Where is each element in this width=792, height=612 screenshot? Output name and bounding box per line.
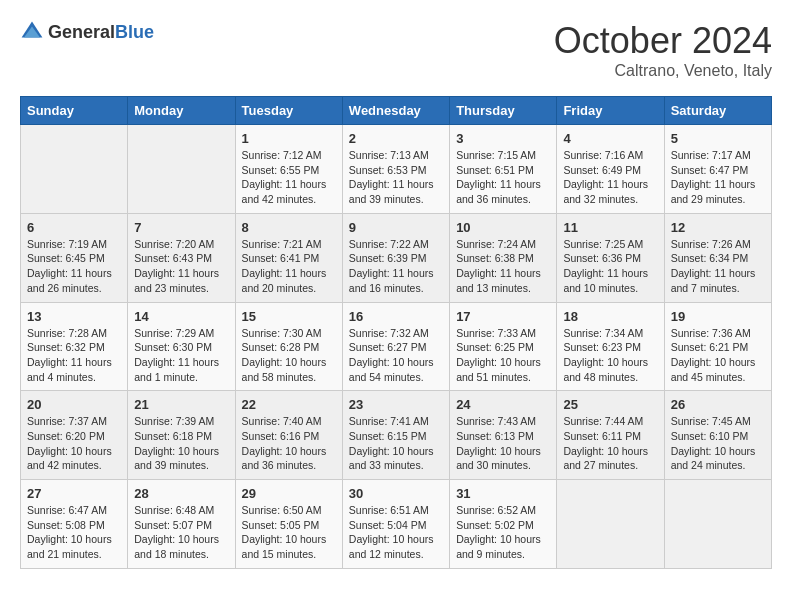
day-number: 22	[242, 397, 336, 412]
cell-content: Sunrise: 6:50 AM Sunset: 5:05 PM Dayligh…	[242, 503, 336, 562]
cell-content: Sunrise: 7:20 AM Sunset: 6:43 PM Dayligh…	[134, 237, 228, 296]
logo-blue: Blue	[115, 22, 154, 42]
cell-content: Sunrise: 6:52 AM Sunset: 5:02 PM Dayligh…	[456, 503, 550, 562]
calendar-cell: 29Sunrise: 6:50 AM Sunset: 5:05 PM Dayli…	[235, 480, 342, 569]
calendar-cell: 7Sunrise: 7:20 AM Sunset: 6:43 PM Daylig…	[128, 213, 235, 302]
day-number: 12	[671, 220, 765, 235]
calendar-cell: 13Sunrise: 7:28 AM Sunset: 6:32 PM Dayli…	[21, 302, 128, 391]
calendar-cell: 27Sunrise: 6:47 AM Sunset: 5:08 PM Dayli…	[21, 480, 128, 569]
cell-content: Sunrise: 6:51 AM Sunset: 5:04 PM Dayligh…	[349, 503, 443, 562]
calendar-cell: 16Sunrise: 7:32 AM Sunset: 6:27 PM Dayli…	[342, 302, 449, 391]
calendar-week-row: 13Sunrise: 7:28 AM Sunset: 6:32 PM Dayli…	[21, 302, 772, 391]
day-number: 17	[456, 309, 550, 324]
day-number: 6	[27, 220, 121, 235]
cell-content: Sunrise: 7:19 AM Sunset: 6:45 PM Dayligh…	[27, 237, 121, 296]
cell-content: Sunrise: 7:15 AM Sunset: 6:51 PM Dayligh…	[456, 148, 550, 207]
calendar-cell: 24Sunrise: 7:43 AM Sunset: 6:13 PM Dayli…	[450, 391, 557, 480]
calendar-cell: 15Sunrise: 7:30 AM Sunset: 6:28 PM Dayli…	[235, 302, 342, 391]
calendar-cell: 6Sunrise: 7:19 AM Sunset: 6:45 PM Daylig…	[21, 213, 128, 302]
cell-content: Sunrise: 7:22 AM Sunset: 6:39 PM Dayligh…	[349, 237, 443, 296]
cell-content: Sunrise: 7:40 AM Sunset: 6:16 PM Dayligh…	[242, 414, 336, 473]
cell-content: Sunrise: 7:24 AM Sunset: 6:38 PM Dayligh…	[456, 237, 550, 296]
day-of-week-header: Sunday	[21, 97, 128, 125]
day-number: 8	[242, 220, 336, 235]
calendar-cell: 19Sunrise: 7:36 AM Sunset: 6:21 PM Dayli…	[664, 302, 771, 391]
logo-text: GeneralBlue	[48, 22, 154, 43]
cell-content: Sunrise: 7:36 AM Sunset: 6:21 PM Dayligh…	[671, 326, 765, 385]
calendar-table: SundayMondayTuesdayWednesdayThursdayFrid…	[20, 96, 772, 569]
calendar-cell: 10Sunrise: 7:24 AM Sunset: 6:38 PM Dayli…	[450, 213, 557, 302]
calendar-cell	[21, 125, 128, 214]
calendar-cell: 2Sunrise: 7:13 AM Sunset: 6:53 PM Daylig…	[342, 125, 449, 214]
day-of-week-header: Friday	[557, 97, 664, 125]
calendar-cell: 26Sunrise: 7:45 AM Sunset: 6:10 PM Dayli…	[664, 391, 771, 480]
cell-content: Sunrise: 7:39 AM Sunset: 6:18 PM Dayligh…	[134, 414, 228, 473]
cell-content: Sunrise: 7:21 AM Sunset: 6:41 PM Dayligh…	[242, 237, 336, 296]
day-number: 31	[456, 486, 550, 501]
cell-content: Sunrise: 7:43 AM Sunset: 6:13 PM Dayligh…	[456, 414, 550, 473]
calendar-cell: 31Sunrise: 6:52 AM Sunset: 5:02 PM Dayli…	[450, 480, 557, 569]
logo-general: General	[48, 22, 115, 42]
day-number: 28	[134, 486, 228, 501]
calendar-cell	[557, 480, 664, 569]
day-number: 25	[563, 397, 657, 412]
day-number: 3	[456, 131, 550, 146]
day-of-week-header: Tuesday	[235, 97, 342, 125]
day-of-week-header: Thursday	[450, 97, 557, 125]
cell-content: Sunrise: 7:41 AM Sunset: 6:15 PM Dayligh…	[349, 414, 443, 473]
day-number: 24	[456, 397, 550, 412]
day-number: 10	[456, 220, 550, 235]
days-header-row: SundayMondayTuesdayWednesdayThursdayFrid…	[21, 97, 772, 125]
day-number: 9	[349, 220, 443, 235]
day-number: 15	[242, 309, 336, 324]
calendar-week-row: 27Sunrise: 6:47 AM Sunset: 5:08 PM Dayli…	[21, 480, 772, 569]
calendar-cell: 18Sunrise: 7:34 AM Sunset: 6:23 PM Dayli…	[557, 302, 664, 391]
cell-content: Sunrise: 7:45 AM Sunset: 6:10 PM Dayligh…	[671, 414, 765, 473]
day-number: 7	[134, 220, 228, 235]
calendar-cell: 4Sunrise: 7:16 AM Sunset: 6:49 PM Daylig…	[557, 125, 664, 214]
calendar-cell: 9Sunrise: 7:22 AM Sunset: 6:39 PM Daylig…	[342, 213, 449, 302]
calendar-cell: 14Sunrise: 7:29 AM Sunset: 6:30 PM Dayli…	[128, 302, 235, 391]
day-number: 19	[671, 309, 765, 324]
cell-content: Sunrise: 7:16 AM Sunset: 6:49 PM Dayligh…	[563, 148, 657, 207]
day-number: 20	[27, 397, 121, 412]
calendar-cell: 1Sunrise: 7:12 AM Sunset: 6:55 PM Daylig…	[235, 125, 342, 214]
calendar-cell: 23Sunrise: 7:41 AM Sunset: 6:15 PM Dayli…	[342, 391, 449, 480]
day-number: 13	[27, 309, 121, 324]
cell-content: Sunrise: 7:34 AM Sunset: 6:23 PM Dayligh…	[563, 326, 657, 385]
day-number: 2	[349, 131, 443, 146]
day-number: 5	[671, 131, 765, 146]
calendar-week-row: 1Sunrise: 7:12 AM Sunset: 6:55 PM Daylig…	[21, 125, 772, 214]
calendar-cell: 30Sunrise: 6:51 AM Sunset: 5:04 PM Dayli…	[342, 480, 449, 569]
day-number: 16	[349, 309, 443, 324]
day-number: 4	[563, 131, 657, 146]
day-number: 27	[27, 486, 121, 501]
cell-content: Sunrise: 6:48 AM Sunset: 5:07 PM Dayligh…	[134, 503, 228, 562]
cell-content: Sunrise: 7:44 AM Sunset: 6:11 PM Dayligh…	[563, 414, 657, 473]
calendar-cell: 17Sunrise: 7:33 AM Sunset: 6:25 PM Dayli…	[450, 302, 557, 391]
day-of-week-header: Saturday	[664, 97, 771, 125]
cell-content: Sunrise: 7:33 AM Sunset: 6:25 PM Dayligh…	[456, 326, 550, 385]
title-block: October 2024 Caltrano, Veneto, Italy	[554, 20, 772, 80]
day-number: 1	[242, 131, 336, 146]
day-number: 18	[563, 309, 657, 324]
month-title: October 2024	[554, 20, 772, 62]
calendar-cell: 3Sunrise: 7:15 AM Sunset: 6:51 PM Daylig…	[450, 125, 557, 214]
calendar-cell: 5Sunrise: 7:17 AM Sunset: 6:47 PM Daylig…	[664, 125, 771, 214]
calendar-cell: 8Sunrise: 7:21 AM Sunset: 6:41 PM Daylig…	[235, 213, 342, 302]
day-number: 29	[242, 486, 336, 501]
cell-content: Sunrise: 7:30 AM Sunset: 6:28 PM Dayligh…	[242, 326, 336, 385]
day-number: 21	[134, 397, 228, 412]
cell-content: Sunrise: 7:17 AM Sunset: 6:47 PM Dayligh…	[671, 148, 765, 207]
day-number: 26	[671, 397, 765, 412]
day-number: 23	[349, 397, 443, 412]
cell-content: Sunrise: 7:26 AM Sunset: 6:34 PM Dayligh…	[671, 237, 765, 296]
location-title: Caltrano, Veneto, Italy	[554, 62, 772, 80]
cell-content: Sunrise: 7:28 AM Sunset: 6:32 PM Dayligh…	[27, 326, 121, 385]
cell-content: Sunrise: 7:13 AM Sunset: 6:53 PM Dayligh…	[349, 148, 443, 207]
calendar-cell: 22Sunrise: 7:40 AM Sunset: 6:16 PM Dayli…	[235, 391, 342, 480]
calendar-cell: 28Sunrise: 6:48 AM Sunset: 5:07 PM Dayli…	[128, 480, 235, 569]
cell-content: Sunrise: 7:32 AM Sunset: 6:27 PM Dayligh…	[349, 326, 443, 385]
day-of-week-header: Wednesday	[342, 97, 449, 125]
cell-content: Sunrise: 7:25 AM Sunset: 6:36 PM Dayligh…	[563, 237, 657, 296]
